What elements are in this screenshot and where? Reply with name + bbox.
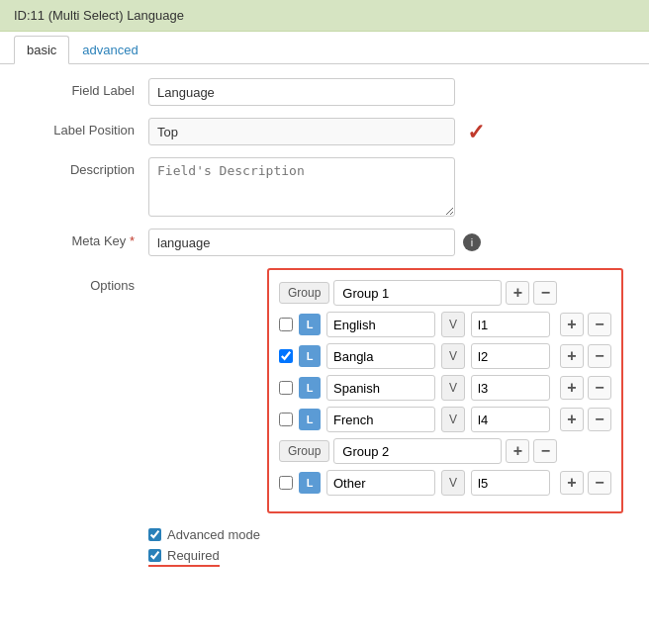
option-other: L V + −	[279, 470, 611, 496]
option-bangla-value[interactable]	[471, 343, 550, 369]
option-bangla-checkbox[interactable]	[279, 349, 293, 363]
option-spanish-checkbox[interactable]	[279, 381, 293, 395]
required-label: Required	[167, 548, 220, 563]
option-other-remove-btn[interactable]: −	[588, 471, 611, 495]
option-french-v-btn[interactable]: V	[441, 407, 465, 432]
title-bar: ID:11 (Multi Select) Language	[0, 0, 649, 32]
description-row: Description	[30, 157, 619, 217]
option-other-checkbox[interactable]	[279, 476, 293, 490]
option-spanish-l-btn[interactable]: L	[299, 377, 321, 399]
option-french-add-btn[interactable]: +	[560, 408, 584, 431]
option-bangla-remove-btn[interactable]: −	[588, 344, 611, 368]
required-underline: Required	[148, 548, 220, 567]
meta-key-input[interactable]	[148, 229, 455, 256]
group1-label-btn: Group	[279, 282, 329, 304]
meta-key-label: Meta Key *	[30, 229, 148, 248]
required-checkbox[interactable]	[148, 549, 161, 562]
field-label-input[interactable]	[148, 78, 455, 106]
options-label: Options	[30, 268, 148, 293]
description-label: Description	[30, 157, 148, 177]
group1-input[interactable]	[333, 280, 502, 306]
option-other-l-btn[interactable]: L	[299, 472, 321, 494]
tab-advanced[interactable]: advanced	[69, 36, 150, 64]
option-english-remove-btn[interactable]: −	[588, 313, 611, 336]
option-french-text[interactable]	[326, 407, 435, 432]
advanced-mode-checkbox[interactable]	[148, 528, 161, 541]
option-spanish-text[interactable]	[326, 375, 435, 401]
tabs-container: basic advanced	[0, 36, 649, 64]
option-bangla-add-btn[interactable]: +	[560, 344, 584, 368]
select-arrow-icon: ✓	[467, 120, 485, 145]
option-english-value[interactable]	[471, 312, 550, 337]
option-french-l-btn[interactable]: L	[299, 409, 321, 430]
option-bangla-v-btn[interactable]: V	[441, 343, 465, 369]
info-icon[interactable]: i	[463, 233, 481, 251]
meta-key-row: Meta Key * i	[30, 229, 619, 256]
advanced-mode-label: Advanced mode	[167, 527, 260, 542]
group2-remove-button[interactable]: −	[533, 439, 557, 463]
field-label-label: Field Label	[30, 78, 148, 98]
label-position-label: Label Position	[30, 118, 148, 138]
option-spanish-add-btn[interactable]: +	[560, 376, 584, 400]
group2-input[interactable]	[333, 438, 502, 464]
form-body: Field Label Label Position Top Left Righ…	[0, 64, 649, 587]
option-english: L V + −	[279, 312, 611, 337]
group1-row: Group + −	[279, 280, 611, 306]
option-english-add-btn[interactable]: +	[560, 313, 584, 336]
option-spanish-v-btn[interactable]: V	[441, 375, 465, 401]
description-input[interactable]	[148, 157, 455, 217]
option-other-value[interactable]	[471, 470, 550, 496]
option-french: L V + −	[279, 407, 611, 432]
option-english-l-btn[interactable]: L	[299, 314, 321, 335]
option-french-remove-btn[interactable]: −	[588, 408, 611, 431]
option-french-value[interactable]	[471, 407, 550, 432]
option-french-checkbox[interactable]	[279, 413, 293, 426]
option-spanish: L V + −	[279, 375, 611, 401]
group2-label-btn: Group	[279, 440, 329, 462]
option-english-text[interactable]	[326, 312, 435, 337]
option-english-v-btn[interactable]: V	[441, 312, 465, 337]
option-spanish-remove-btn[interactable]: −	[588, 376, 611, 400]
option-other-text[interactable]	[326, 470, 435, 496]
option-other-v-btn[interactable]: V	[441, 470, 465, 496]
option-english-checkbox[interactable]	[279, 318, 293, 331]
group1-add-button[interactable]: +	[506, 281, 529, 305]
advanced-mode-container: Advanced mode Required	[30, 527, 619, 567]
field-label-row: Field Label	[30, 78, 619, 106]
meta-key-field-group: i	[148, 229, 481, 256]
options-container: Group + − L V + − L	[267, 268, 623, 513]
options-outer-row: Options Group + − L V + −	[30, 268, 619, 513]
option-bangla: L V + −	[279, 343, 611, 369]
required-row: Required	[148, 548, 619, 567]
group1-remove-button[interactable]: −	[533, 281, 557, 305]
group2-add-button[interactable]: +	[506, 439, 529, 463]
page-title: ID:11 (Multi Select) Language	[14, 8, 184, 23]
group2-row: Group + −	[279, 438, 611, 464]
label-position-row: Label Position Top Left Right Bottom ✓	[30, 118, 619, 145]
option-bangla-text[interactable]	[326, 343, 435, 369]
label-position-select[interactable]: Top Left Right Bottom	[148, 118, 455, 145]
option-other-add-btn[interactable]: +	[560, 471, 584, 495]
label-position-wrapper: Top Left Right Bottom ✓	[148, 118, 455, 145]
advanced-mode-row: Advanced mode	[148, 527, 619, 542]
option-bangla-l-btn[interactable]: L	[299, 345, 321, 367]
tab-basic[interactable]: basic	[14, 36, 69, 64]
option-spanish-value[interactable]	[471, 375, 550, 401]
